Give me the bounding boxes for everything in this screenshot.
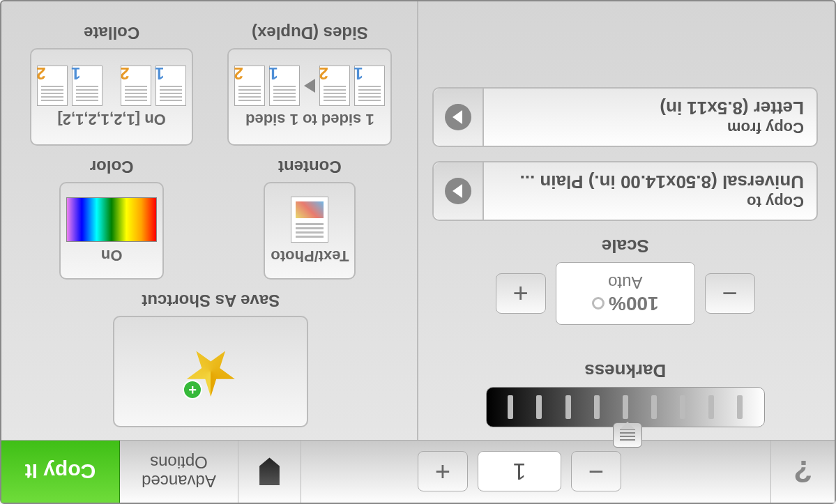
content-status: Text/Photo [271, 247, 349, 265]
arrow-right-icon [446, 178, 472, 204]
color-tile[interactable]: On [59, 182, 164, 280]
collate-icon: 1 2 1 2 [37, 66, 186, 106]
quantity-field[interactable]: 1 [478, 452, 561, 492]
left-panel: Darkness − 100% Auto + Scale [418, 1, 835, 440]
scale-label: Scale [602, 235, 649, 257]
duplex-icon: 1 2 1 2 [234, 66, 385, 106]
plus-badge-icon: + [183, 380, 202, 399]
sides-label: Sides (Duplex) [252, 23, 368, 43]
reset-icon [592, 297, 605, 310]
save-as-shortcut-label: Save As Shortcut [142, 291, 280, 310]
save-as-shortcut-tile[interactable]: + [113, 316, 308, 427]
copy-screen: ? − 1 + Advanced Options Copy It [0, 0, 836, 504]
scale-section: − 100% Auto + Scale [433, 235, 819, 325]
save-icon [257, 458, 282, 486]
copy-from-row[interactable]: Copy from Letter (8.5x11 in) [433, 87, 819, 147]
sides-status: 1 sided to 1 sided [245, 110, 374, 128]
darkness-thumb[interactable] [613, 422, 642, 448]
advanced-line2: Options [150, 453, 208, 471]
quantity-group: − 1 + [373, 441, 666, 503]
copy-it-button[interactable]: Copy It [1, 441, 120, 503]
advanced-line1: Advanced [142, 472, 216, 490]
quantity-plus-button[interactable]: + [418, 452, 468, 492]
scale-field[interactable]: 100% Auto [556, 262, 695, 325]
scale-minus-button[interactable]: − [705, 273, 755, 314]
advanced-options-button[interactable]: Advanced Options [120, 441, 238, 503]
scale-percent: 100% [609, 292, 659, 314]
text-photo-icon [291, 197, 328, 243]
darkness-slider[interactable] [486, 387, 765, 427]
collate-tile[interactable]: On [1,2,1,2,1,2] 1 2 1 2 [30, 48, 193, 146]
scale-auto: Auto [608, 273, 642, 292]
top-bar: ? − 1 + Advanced Options Copy It [1, 440, 835, 503]
color-spectrum-icon [66, 197, 157, 242]
copy-to-arrow[interactable] [434, 162, 485, 220]
collate-label: Collate [84, 23, 139, 43]
help-button[interactable]: ? [770, 441, 835, 503]
sides-tile[interactable]: 1 sided to 1 sided 1 2 1 2 [227, 48, 392, 146]
collate-status: On [1,2,1,2,1,2] [57, 110, 165, 128]
arrow-right-icon [446, 104, 472, 130]
grip-icon [620, 429, 635, 441]
quantity-minus-button[interactable]: − [571, 452, 621, 492]
main-area: Darkness − 100% Auto + Scale [1, 1, 835, 440]
copy-to-label: Copy to [497, 193, 805, 211]
content-label: Content [278, 157, 342, 176]
scale-plus-button[interactable]: + [496, 273, 546, 314]
right-panel: + Save As Shortcut Text/Photo Content On [1, 1, 418, 440]
color-status: On [101, 246, 123, 264]
color-label: Color [90, 157, 134, 176]
copy-to-value: Universal (8.50x14.00 in.) Plain ... [497, 171, 805, 193]
copy-from-arrow[interactable] [434, 89, 485, 146]
save-button[interactable] [238, 441, 301, 503]
content-tile[interactable]: Text/Photo [264, 182, 356, 280]
darkness-label: Darkness [584, 360, 666, 381]
copy-from-value: Letter (8.5x11 in) [497, 98, 805, 119]
copy-to-row[interactable]: Copy to Universal (8.50x14.00 in.) Plain… [433, 161, 819, 221]
copy-from-label: Copy from [497, 119, 805, 137]
darkness-section: Darkness [433, 360, 819, 427]
